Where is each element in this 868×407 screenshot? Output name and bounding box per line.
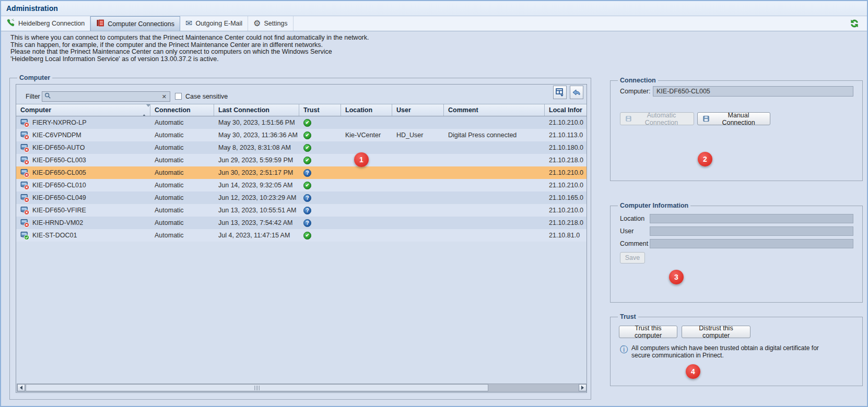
- tab-heidelberg-connection[interactable]: Heidelberg Connection: [1, 16, 90, 31]
- table-row[interactable]: KIE-DF650-CL049AutomaticJun 12, 2023, 10…: [16, 191, 587, 204]
- horizontal-scrollbar[interactable]: [17, 384, 587, 392]
- last-connection-cell: Jun 29, 2023, 5:59:59 PM: [214, 154, 299, 166]
- tab-outgoing-email[interactable]: ✉ Outgoing E-Mail: [180, 16, 248, 31]
- last-connection-cell: May 30, 2023, 1:51:56 PM: [214, 116, 299, 129]
- connection-cell: Automatic: [150, 204, 214, 217]
- column-chooser-icon: [555, 88, 565, 97]
- column-chooser-button[interactable]: [553, 86, 567, 99]
- location-cell: [341, 141, 392, 154]
- connection-cell: Automatic: [150, 229, 214, 242]
- trust-trusted-icon: ✔: [303, 182, 311, 189]
- trust-trusted-icon: ✔: [303, 119, 311, 127]
- comment-cell: [444, 191, 545, 204]
- annotation-badge-3: 3: [669, 270, 684, 284]
- trust-cell: ✔: [299, 129, 341, 141]
- connection-cell: Automatic: [150, 141, 214, 154]
- location-cell: [341, 217, 392, 229]
- distrust-this-computer-button[interactable]: Distrust this computer: [682, 326, 750, 338]
- location-field[interactable]: [650, 214, 853, 223]
- scroll-right-button[interactable]: [579, 384, 587, 391]
- automatic-connection-button[interactable]: Automatic Connection: [620, 112, 694, 125]
- tab-computer-connections[interactable]: Computer Connections: [90, 16, 180, 31]
- table-row[interactable]: KIE-DF650-CL010AutomaticJun 14, 2023, 9:…: [16, 179, 587, 191]
- user-field[interactable]: [650, 226, 853, 236]
- connection-computer-label: Computer:: [620, 88, 650, 95]
- computer-icon: [20, 219, 29, 228]
- trust-unknown-icon: ?: [303, 207, 311, 214]
- scroll-left-button[interactable]: [17, 384, 25, 391]
- comment-label: Comment: [620, 240, 648, 247]
- local-information-cell: 21.10.210.0: [545, 179, 587, 191]
- trust-this-computer-button[interactable]: Trust this computer: [619, 326, 677, 338]
- column-header-trust[interactable]: Trust: [299, 104, 341, 116]
- tab-label: Computer Connections: [108, 20, 174, 28]
- trust-cell: ✔: [299, 229, 341, 242]
- blue-arrow-icon: [572, 88, 581, 97]
- clear-filter-icon[interactable]: ✕: [159, 93, 170, 100]
- trust-cell: ✔: [299, 141, 341, 154]
- table-row[interactable]: KIE-DF650-VFIREAutomaticJun 13, 2023, 10…: [16, 204, 587, 217]
- user-cell: [392, 229, 444, 242]
- connection-cell: Automatic: [150, 191, 214, 204]
- user-cell: [392, 141, 444, 154]
- trust-unknown-icon: ?: [303, 219, 311, 227]
- comment-cell: [444, 154, 545, 166]
- column-header-location[interactable]: Location: [341, 104, 392, 116]
- connection-computer-field[interactable]: KIE-DF650-CL005: [653, 86, 853, 97]
- location-cell: [341, 191, 392, 204]
- description-line: This is where you can connect to compute…: [10, 34, 369, 42]
- trust-trusted-icon: ✔: [303, 157, 311, 164]
- computer-name: KIE-DF650-VFIRE: [32, 207, 86, 214]
- local-information-cell: 21.10.210.0: [545, 116, 587, 129]
- save-button[interactable]: Save: [620, 252, 645, 264]
- description-line: This can happen, for example, if the com…: [10, 42, 369, 49]
- table-row[interactable]: KIE-ST-DOC01AutomaticJul 4, 2023, 11:47:…: [16, 229, 587, 242]
- computer-name: KIE-HRND-VM02: [32, 219, 83, 226]
- manual-connection-button[interactable]: Manual Connection: [697, 112, 770, 125]
- table-row[interactable]: FIERY-NXPRO-LPAutomaticMay 30, 2023, 1:5…: [16, 116, 587, 129]
- computer-table-panel: Filter ✕ Case sensitive Computer Connect…: [16, 84, 587, 393]
- case-sensitive-label: Case sensitive: [185, 93, 228, 100]
- column-header-last-connection[interactable]: Last Connection: [214, 104, 299, 116]
- refresh-icon[interactable]: [849, 18, 860, 29]
- envelope-icon: ✉: [185, 19, 192, 28]
- column-header-user[interactable]: User: [392, 104, 444, 116]
- table-row[interactable]: KIE-DF650-CL005AutomaticJun 30, 2023, 2:…: [16, 166, 587, 179]
- connection-cell: Automatic: [150, 179, 214, 191]
- table-row[interactable]: KIE-HRND-VM02AutomaticJun 13, 2023, 7:54…: [16, 217, 587, 229]
- table-row[interactable]: KIE-DF650-CL003AutomaticJun 29, 2023, 5:…: [16, 154, 587, 166]
- trust-unknown-icon: ?: [303, 169, 311, 177]
- assign-arrow-button[interactable]: [570, 86, 583, 99]
- scrollbar-thumb[interactable]: [26, 384, 488, 391]
- trust-cell: ?: [299, 204, 341, 217]
- tab-label: Settings: [264, 20, 287, 27]
- comment-cell: [444, 229, 545, 242]
- computer-name: FIERY-NXPRO-LP: [32, 119, 87, 126]
- filter-field: ✕: [42, 91, 170, 102]
- computer-icon: [20, 169, 29, 177]
- filter-input[interactable]: [51, 93, 159, 100]
- computer-icon: [20, 206, 29, 215]
- column-header-connection[interactable]: Connection: [150, 104, 214, 116]
- computer-name: KIE-DF650-CL010: [32, 182, 86, 189]
- location-cell: [341, 116, 392, 129]
- table-row[interactable]: KIE-DF650-AUTOAutomaticMay 8, 2023, 8:31…: [16, 141, 587, 154]
- column-header-computer[interactable]: Computer: [16, 104, 150, 116]
- annotation-badge-2: 2: [698, 152, 712, 166]
- table-row[interactable]: KIE-C6VPNDPMAutomaticMay 30, 2023, 11:36…: [16, 129, 587, 141]
- local-information-cell: 21.10.218.0: [545, 154, 587, 166]
- column-header-local-information[interactable]: Local Infor: [545, 104, 587, 116]
- comment-cell: Digital Press connected: [444, 129, 545, 141]
- location-cell: Kie-VCenter: [341, 129, 392, 141]
- column-header-comment[interactable]: Comment: [444, 104, 545, 116]
- search-icon: [44, 92, 51, 101]
- connection-cell: Automatic: [150, 116, 214, 129]
- computer-name: KIE-DF650-CL003: [32, 157, 86, 164]
- comment-field[interactable]: [650, 239, 853, 248]
- connection-cell: Automatic: [150, 154, 214, 166]
- computer-information-legend: Computer Information: [618, 202, 690, 209]
- user-cell: [392, 154, 444, 166]
- computer-icon: [20, 231, 29, 240]
- case-sensitive-checkbox[interactable]: [175, 93, 182, 100]
- tab-settings[interactable]: ⚙ Settings: [248, 16, 294, 31]
